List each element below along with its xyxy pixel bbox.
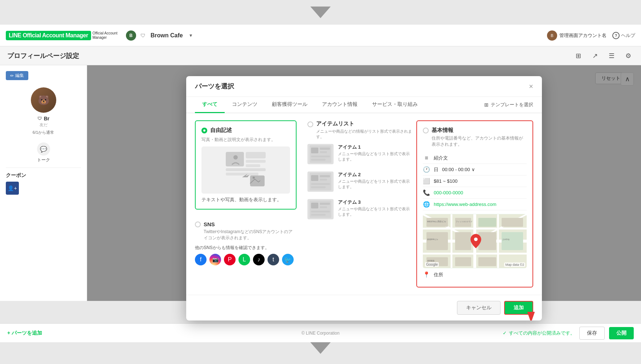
item-thumb-1 (307, 144, 334, 164)
svg-rect-41 (455, 232, 471, 250)
tab-account-info[interactable]: アカウント情報 (315, 97, 365, 113)
line-icon: L (238, 254, 250, 265)
map-container: WESTALL 四谷ビル フィットネスクラブ 新宿SHKビル 土木学会 持田製薬… (423, 214, 527, 268)
edit-label: 編集 (15, 73, 24, 79)
sub-header: プロフィールページ設定 ⊞ ↗ ☰ ⚙ (0, 46, 641, 65)
profile-shield-icon: 🛡 (37, 116, 42, 121)
free-text-name: 自由記述 (210, 127, 232, 134)
item-card-1[interactable]: アイテム 1 メニューや商品などをリスト形式で表示します。 (307, 144, 413, 164)
svg-rect-23 (320, 203, 330, 205)
external-link-icon[interactable]: ↗ (589, 50, 600, 61)
list-icon[interactable]: ☰ (606, 50, 617, 61)
content-area: リセット ∧ パーツを選択 × すべて コンテンツ 顧客獲得ツール アカウント情… (87, 65, 641, 301)
edit-icon: ✏ (10, 73, 14, 78)
save-button[interactable]: 保存 (579, 327, 605, 340)
account-name[interactable]: Brown Cafe (151, 32, 183, 39)
action-btn-row: 💬 トーク (6, 142, 81, 163)
twitter-icon: 🐦 (282, 254, 294, 265)
line-logo: LINE Official Account Manager Official A… (6, 31, 122, 40)
item-thumb-2 (307, 171, 334, 192)
add-parts-button[interactable]: + パーツを追加 (7, 330, 42, 336)
svg-rect-22 (311, 203, 318, 208)
price-icon: ⬜ (423, 178, 430, 185)
item-list-desc: メニューや商品などの情報がリスト形式で表示されます。 (307, 129, 413, 140)
edit-button[interactable]: ✏ 編集 (6, 71, 28, 80)
sns-card[interactable]: SNS TwitterやInstagramなどのSNSアカウントのアイコンが表示… (195, 217, 297, 270)
shield-icon: 🛡 (140, 33, 146, 38)
free-text-card[interactable]: 自由記述 写真・動画と説明文が表示されます。 (195, 120, 297, 210)
grid-icon[interactable]: ⊞ (573, 50, 584, 61)
svg-text:新宿SHKビル: 新宿SHKビル (427, 238, 438, 240)
profile-name: Br (44, 116, 50, 121)
copyright: © LINE Corporation (302, 331, 340, 336)
item-desc-3: メニューや商品などをリスト形式で表示します。 (338, 206, 413, 217)
divider-1 (6, 167, 81, 168)
svg-text:土木学会: 土木学会 (502, 238, 510, 240)
hours-row: 🕐 日 00:00 - 00:00 ∨ (423, 164, 527, 175)
pinterest-icon: P (224, 254, 236, 265)
basic-info-radio[interactable] (423, 128, 429, 133)
profile-notice: 6/1から通常 (33, 130, 54, 135)
free-text-radio[interactable] (201, 128, 207, 133)
publish-button[interactable]: 公開 (609, 327, 634, 339)
svg-rect-3 (246, 164, 260, 167)
account-dropdown-arrow[interactable]: ▼ (189, 33, 193, 38)
clock-icon: 🕐 (423, 166, 430, 173)
template-select[interactable]: ⊞ テンプレートを選択 (484, 97, 533, 113)
talk-button[interactable]: 💬 トーク (37, 142, 50, 163)
svg-rect-5 (226, 173, 258, 175)
free-text-header: 自由記述 (201, 127, 290, 134)
template-label: テンプレートを選択 (491, 102, 533, 108)
tab-service[interactable]: サービス・取り組み (365, 97, 425, 113)
sns-radio[interactable] (195, 222, 201, 227)
svg-rect-18 (320, 179, 327, 181)
help-icon: ? (612, 32, 620, 39)
item-card-3[interactable]: アイテム 3 メニューや商品などをリスト形式で表示します。 (307, 199, 413, 219)
modal-close-button[interactable]: × (529, 83, 533, 90)
svg-rect-1 (246, 152, 266, 158)
tab-acquisition[interactable]: 顧客獲得ツール (265, 97, 315, 113)
svg-rect-20 (311, 186, 326, 188)
manager-account: B 管理画面アカウント名 (547, 30, 607, 41)
line-sub-text: Official Account Manager (93, 31, 122, 40)
sns-name: SNS (204, 221, 215, 227)
hours-dropdown: ∨ (471, 167, 475, 172)
check-icon: ✓ (503, 330, 507, 336)
coupon-label: クーポン (6, 172, 81, 179)
basic-info-header: 基本情報 (423, 127, 527, 134)
coupon-add-button[interactable]: 👤+ (6, 182, 19, 195)
svg-rect-45 (455, 257, 471, 266)
help-button[interactable]: ? ヘルプ (612, 32, 635, 39)
talk-icon: 💬 (37, 142, 50, 156)
line-logo-box: LINE Official Account Manager (6, 31, 91, 40)
account-badge: B (126, 30, 136, 41)
item-info-1: アイテム 1 メニューや商品などをリスト形式で表示します。 (338, 144, 413, 162)
red-arrow-annotation (506, 312, 535, 320)
profile-sub: 友だ (40, 122, 48, 128)
tab-all[interactable]: すべて (195, 97, 225, 113)
intro-label: 紹介文 (434, 155, 448, 161)
svg-rect-25 (311, 211, 330, 212)
item-list-radio[interactable] (307, 121, 313, 127)
svg-point-6 (233, 155, 238, 160)
svg-rect-39 (502, 218, 523, 227)
template-icon: ⊞ (484, 102, 489, 108)
phone-value[interactable]: 000-000-0000 (434, 190, 463, 195)
svg-rect-11 (320, 148, 330, 150)
item-card-2[interactable]: アイテム 2 メニューや商品などをリスト形式で表示します。 (307, 171, 413, 192)
help-label: ヘルプ (621, 32, 635, 39)
item-list-header: アイテムリスト (307, 120, 413, 127)
modal-tabs: すべて コンテンツ 顧客獲得ツール アカウント情報 サービス・取り組み ⊞ テン… (186, 97, 542, 113)
settings-icon[interactable]: ⚙ (623, 50, 634, 61)
arrow-top (0, 0, 641, 25)
bottom-right: ✓ すべての内容が公開済みです。 保存 公開 (503, 327, 634, 340)
cancel-button[interactable]: キャンセル (457, 301, 501, 315)
web-row: 🌐 https://www.web-address.com (423, 199, 527, 210)
tab-contents[interactable]: コンテンツ (225, 97, 265, 113)
item-list-name: アイテムリスト (316, 120, 354, 127)
svg-point-48 (474, 237, 478, 241)
modal-body: 自由記述 写真・動画と説明文が表示されます。 (186, 113, 542, 295)
svg-rect-17 (320, 175, 330, 177)
google-label: Google (425, 262, 439, 267)
web-value[interactable]: https://www.web-address.com (434, 202, 497, 207)
